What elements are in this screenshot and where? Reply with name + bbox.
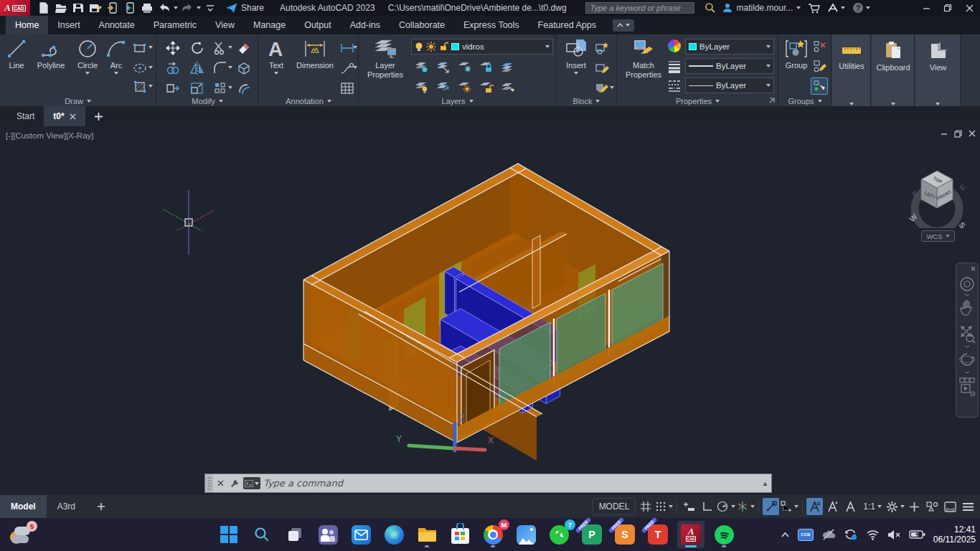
annotation-panel-label[interactable]: Annotation	[259, 97, 358, 105]
tab-annotate[interactable]: Annotate	[90, 16, 144, 34]
chevron-down-icon[interactable]	[731, 505, 735, 508]
array-icon[interactable]	[212, 80, 228, 96]
status-customize-menu[interactable]	[960, 498, 976, 515]
wps-presentation-app[interactable]: P FREE	[578, 521, 606, 548]
polar-tracking-toggle[interactable]	[717, 498, 735, 515]
stretch-icon[interactable]	[165, 80, 181, 96]
taskbar-search-button[interactable]	[248, 521, 275, 548]
clean-screen-button[interactable]	[942, 498, 958, 515]
edit-block-icon[interactable]	[594, 60, 610, 76]
tab-express-tools[interactable]: Express Tools	[454, 16, 529, 34]
block-panel-label[interactable]: Block	[557, 97, 616, 105]
tab-output[interactable]: Output	[295, 16, 341, 34]
group-button[interactable]: Group	[781, 38, 811, 70]
chevron-down-icon[interactable]	[228, 66, 232, 69]
wifi-icon[interactable]	[866, 529, 880, 540]
chevron-down-icon[interactable]	[149, 66, 153, 69]
tab-collaborate[interactable]: Collaborate	[390, 16, 454, 34]
close-tab-icon[interactable]	[70, 113, 76, 120]
isodraft-toggle[interactable]	[737, 498, 755, 515]
layer-walk-icon[interactable]	[435, 59, 451, 75]
workspace-switching-button[interactable]	[886, 498, 905, 515]
panel-launcher-icon[interactable]	[768, 97, 776, 104]
properties-panel-label[interactable]: Properties	[618, 97, 778, 105]
autocad-app[interactable]: A CAD	[677, 521, 705, 548]
navbar-close-icon[interactable]	[958, 265, 976, 273]
insert-button[interactable]: Insert	[560, 38, 592, 75]
teams-app[interactable]	[314, 521, 341, 548]
search-input[interactable]	[585, 2, 694, 14]
microsoft-store[interactable]	[446, 521, 473, 548]
draw-panel-label[interactable]: Draw	[0, 97, 156, 105]
ribbon-collapse-button[interactable]	[613, 19, 634, 32]
chevron-down-icon[interactable]	[353, 46, 357, 49]
onedrive-paused-icon[interactable]	[821, 529, 836, 540]
tab-view[interactable]: View	[206, 16, 244, 34]
layout-tab-a3rd[interactable]: A3rd	[47, 495, 86, 518]
chevron-down-icon[interactable]	[794, 505, 798, 508]
file-explorer[interactable]	[413, 521, 440, 548]
linetype-icon[interactable]	[666, 77, 682, 93]
fillet-icon[interactable]	[212, 60, 228, 76]
customize-qat-icon[interactable]	[202, 1, 218, 15]
save-to-web-icon[interactable]	[122, 1, 138, 15]
match-properties-button[interactable]: Match Properties	[621, 38, 666, 79]
chevron-down-icon[interactable]	[669, 505, 673, 508]
command-bar-close[interactable]	[213, 474, 227, 492]
layer-dropdown[interactable]: vidros	[411, 39, 553, 55]
isolate-objects-button[interactable]	[924, 498, 941, 515]
layers-panel-label[interactable]: Layers	[359, 97, 555, 105]
snap-mode-toggle[interactable]	[655, 498, 673, 515]
hatch-icon[interactable]	[132, 79, 148, 95]
clipboard-panel[interactable]: Clipboard	[872, 34, 915, 106]
annotation-visibility-toggle[interactable]	[806, 498, 823, 515]
tab-featured-apps[interactable]: Featured Apps	[529, 16, 606, 34]
mirror-icon[interactable]	[189, 60, 205, 76]
tab-add-ins[interactable]: Add-ins	[341, 16, 390, 34]
tray-clock[interactable]: 12:41 06/11/2025	[933, 524, 976, 545]
ungroup-icon[interactable]	[812, 39, 828, 55]
file-tab-document[interactable]: t0*	[44, 106, 85, 126]
viewport-controls-label[interactable]: [-][Custom View][X-Ray]	[6, 131, 94, 140]
polyline-button[interactable]: Polyline	[31, 38, 71, 70]
object-snap-toggle[interactable]	[763, 498, 779, 515]
layer-off-icon[interactable]	[414, 79, 430, 95]
group-selection-toggle[interactable]	[811, 77, 828, 95]
trim-icon[interactable]	[212, 40, 228, 56]
chevron-down-icon[interactable]	[610, 86, 614, 89]
sync-icon[interactable]	[844, 528, 858, 541]
3d-model-drawing[interactable]: Z Y X	[0, 126, 980, 495]
wps-spreadsheet-app[interactable]: S FREE	[611, 521, 639, 548]
scale-icon[interactable]	[189, 80, 205, 96]
view-panel[interactable]: View	[915, 34, 961, 106]
chevron-down-icon[interactable]	[750, 505, 755, 508]
new-layout-button[interactable]	[86, 495, 116, 518]
create-block-icon[interactable]	[594, 40, 610, 56]
viewport-close-icon[interactable]	[969, 130, 976, 137]
redo-chevron-icon[interactable]	[197, 6, 201, 9]
task-view-button[interactable]	[281, 521, 308, 548]
tab-manage[interactable]: Manage	[244, 16, 295, 34]
viewport-restore-icon[interactable]	[954, 130, 962, 138]
layer-unlock-tool-icon[interactable]	[479, 79, 494, 95]
linetype-dropdown[interactable]: ByLayer	[685, 77, 774, 93]
dimension-button[interactable]: Dimension	[291, 38, 339, 70]
file-tab-start[interactable]: Start	[7, 106, 44, 126]
app-store-button[interactable]	[808, 3, 820, 14]
drawing-viewport[interactable]: Z Y X [-][Custom View][X-Ray] W S N E TO…	[0, 126, 980, 495]
new-file-icon[interactable]	[36, 1, 52, 15]
ellipse-icon[interactable]	[132, 60, 148, 76]
circle-button[interactable]: Circle	[72, 38, 103, 75]
lineweight-icon[interactable]	[666, 58, 682, 74]
object-color-dropdown[interactable]: ByLayer	[685, 39, 774, 55]
layer-merge-icon[interactable]	[500, 79, 516, 95]
move-icon[interactable]	[165, 40, 181, 56]
model-space-toggle[interactable]: MODEL	[593, 498, 636, 515]
layer-states-icon[interactable]	[500, 59, 516, 75]
explode-icon[interactable]	[236, 60, 252, 76]
grid-toggle[interactable]	[637, 498, 654, 515]
ccb-tray-icon[interactable]: CCB	[798, 529, 814, 541]
undo-icon[interactable]	[156, 1, 172, 15]
rotate-icon[interactable]	[189, 40, 205, 56]
utilities-panel[interactable]: Utilities	[832, 34, 871, 106]
